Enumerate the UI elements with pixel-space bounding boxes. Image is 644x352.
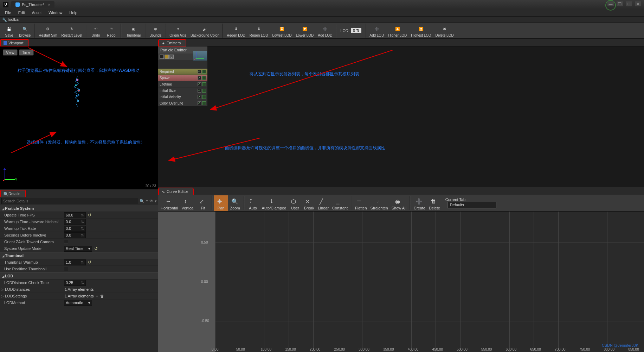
reset-icon[interactable]: ↺ — [88, 213, 91, 218]
restore-button[interactable]: ❐ — [617, 1, 623, 6]
curve-break[interactable]: ⤫Break — [302, 195, 316, 211]
curve-vertical[interactable]: ↕Vertical — [180, 195, 196, 211]
number-input[interactable]: 0.0⇅ — [64, 232, 86, 238]
curve-zoom[interactable]: 🔍Zoom — [228, 195, 242, 211]
curve-constant[interactable]: ⎯Constant — [330, 195, 349, 211]
toolbar-delete-lod[interactable]: ✖Delete LOD — [433, 23, 456, 38]
toolbar-lower-lod[interactable]: 🔽Lower LOD — [294, 23, 316, 38]
curve-editor-area[interactable]: 0.500.00-0.500.0050.00100.00150.00200.00… — [158, 212, 644, 352]
curve-grid[interactable]: 0.500.00-0.500.0050.00100.00150.00200.00… — [215, 212, 644, 352]
menu-edit[interactable]: Edit — [15, 10, 28, 15]
emitter-column[interactable]: Particle Emitter S 23 RequiredSpawnLifet… — [158, 46, 207, 106]
current-tab-dropdown[interactable]: Default ▾ — [447, 202, 496, 208]
toolbar-higher-lod[interactable]: 🔼Higher LOD — [386, 23, 409, 38]
number-input[interactable]: 1.0⇅ — [64, 259, 86, 265]
view-options-icon[interactable]: ≡ — [146, 199, 148, 203]
reset-icon[interactable]: ↺ — [88, 260, 91, 265]
number-input[interactable]: 0.0⇅ — [64, 219, 86, 225]
toolbar-restart-sim[interactable]: ⚙Restart Sim — [37, 23, 59, 38]
time-button[interactable]: Time — [19, 49, 34, 56]
number-input[interactable]: 0.0⇅ — [64, 226, 86, 232]
details-tab[interactable]: 🔍 Details — [1, 190, 25, 197]
module-enable-checkbox[interactable] — [198, 76, 201, 80]
document-tab[interactable]: Ps_Thruster* × — [11, 1, 54, 8]
module-enable-checkbox[interactable] — [198, 70, 201, 74]
toolbar-regen-lod[interactable]: ⬇Regen LOD — [247, 23, 270, 38]
menu-file[interactable]: File — [2, 10, 14, 15]
curve-pan[interactable]: ✥Pan — [214, 195, 228, 211]
add-icon[interactable]: + — [96, 294, 98, 298]
module-color-over-life[interactable]: Color Over Life — [158, 100, 207, 106]
emitters-panel[interactable]: Particle Emitter S 23 RequiredSpawnLifet… — [158, 46, 644, 187]
module-initial-velocity[interactable]: Initial Velocity — [158, 94, 207, 100]
checkbox[interactable] — [64, 267, 68, 271]
curve-linear[interactable]: ╱Linear — [316, 195, 330, 211]
menu-window[interactable]: Window — [46, 10, 65, 15]
minimize-button[interactable]: — — [607, 1, 614, 6]
toolbar-save[interactable]: 💾Save — [1, 23, 17, 38]
category-thumbnail[interactable]: Thumbnail — [0, 252, 158, 259]
close-button[interactable]: × — [635, 1, 641, 6]
module-graph-toggle[interactable] — [202, 70, 206, 74]
expand-icon[interactable]: ▷ — [1, 294, 4, 298]
emitter-thumbnail[interactable] — [193, 51, 207, 61]
emitter-toggle-2[interactable] — [165, 55, 169, 59]
menu-help[interactable]: Help — [66, 10, 80, 15]
toolbar-restart-level[interactable]: ↻Restart Level — [59, 23, 84, 38]
curve-tab[interactable]: ∿ Curve Editor — [159, 188, 193, 195]
module-graph-toggle[interactable] — [202, 95, 206, 99]
emitters-tab[interactable]: ✦ Emitters — [159, 40, 186, 46]
module-graph-toggle[interactable] — [202, 82, 206, 86]
module-graph-toggle[interactable] — [202, 76, 206, 80]
module-initial-size[interactable]: Initial Size — [158, 88, 207, 94]
module-graph-toggle[interactable] — [202, 89, 206, 93]
clear-icon[interactable]: 🗑 — [100, 294, 104, 298]
checkbox[interactable] — [64, 240, 68, 244]
module-enable-checkbox[interactable] — [198, 89, 201, 93]
toolbar-origin-axis[interactable]: ✦Origin Axis — [167, 23, 188, 38]
curve-auto-clamped[interactable]: ⤵Auto/Clamped — [260, 195, 288, 211]
curve-user[interactable]: ⬡User — [288, 195, 302, 211]
viewport-panel[interactable]: View Time 粒子预览视口-按住鼠标右键进行四处查看，鼠标右键+WASD移… — [0, 46, 158, 189]
module-enable-checkbox[interactable] — [198, 95, 201, 99]
curve-auto[interactable]: ⤴Auto — [246, 195, 260, 211]
lod-spinner[interactable]: LOD:0 ⇅ — [338, 28, 363, 33]
toolbar-add-lod[interactable]: ➕Add LOD — [367, 23, 386, 38]
toolbar-lowest-lod[interactable]: ⏬Lowest LOD — [270, 23, 294, 38]
view-button[interactable]: View — [3, 49, 18, 56]
curve-fit[interactable]: ⤢Fit — [196, 195, 210, 211]
menu-asset[interactable]: Asset — [29, 10, 45, 15]
search-icon[interactable]: 🔍 — [140, 199, 144, 203]
toolbar-browse[interactable]: 🔍Browse — [17, 23, 33, 38]
toolbar-add-lod[interactable]: ➕Add LOD — [316, 23, 334, 38]
curve-create[interactable]: ➕Create — [412, 195, 427, 211]
curve-show-all[interactable]: ◉Show All — [390, 195, 408, 211]
module-spawn[interactable]: Spawn — [158, 75, 207, 81]
viewport-tab[interactable]: Viewport — [1, 40, 28, 46]
module-enable-checkbox[interactable] — [198, 82, 201, 86]
curve-horizontal[interactable]: ↔Horizontal — [159, 195, 180, 211]
close-tab-icon[interactable]: × — [48, 2, 50, 7]
number-input[interactable]: 0.25⇅ — [64, 280, 86, 286]
module-enable-checkbox[interactable] — [198, 101, 201, 105]
curve-delete[interactable]: 🗑Delete — [427, 195, 442, 211]
chevron-down-icon[interactable]: ▾ — [155, 199, 157, 203]
module-graph-toggle[interactable] — [202, 101, 206, 105]
curve-straighten[interactable]: ⟋Straighten — [369, 195, 390, 211]
module-lifetime[interactable]: Lifetime — [158, 81, 207, 87]
dropdown[interactable]: Real-Time ▾ — [64, 246, 92, 252]
toolbar-bounds[interactable]: ⊕Bounds — [147, 23, 163, 38]
toolbar-thumbnail[interactable]: ▣Thumbnail — [123, 23, 144, 38]
maximize-button[interactable]: □ — [626, 1, 632, 6]
eye-icon[interactable]: 👁 — [149, 199, 153, 203]
dropdown[interactable]: Automatic ▾ — [64, 300, 92, 306]
category-particle-system[interactable]: Particle System — [0, 205, 158, 212]
details-body[interactable]: Particle SystemUpdate Time FPS60.0⇅↺Warm… — [0, 205, 158, 352]
module-required[interactable]: Required — [158, 69, 207, 75]
search-input[interactable] — [1, 198, 138, 204]
expand-icon[interactable]: ▷ — [1, 287, 4, 292]
toolbar-regen-lod[interactable]: ⬇Regen LOD — [225, 23, 247, 38]
toolbar-redo[interactable]: ↷Redo — [104, 23, 119, 38]
lod-value[interactable]: 0 ⇅ — [351, 28, 361, 33]
emitter-solo[interactable]: S — [169, 55, 174, 59]
